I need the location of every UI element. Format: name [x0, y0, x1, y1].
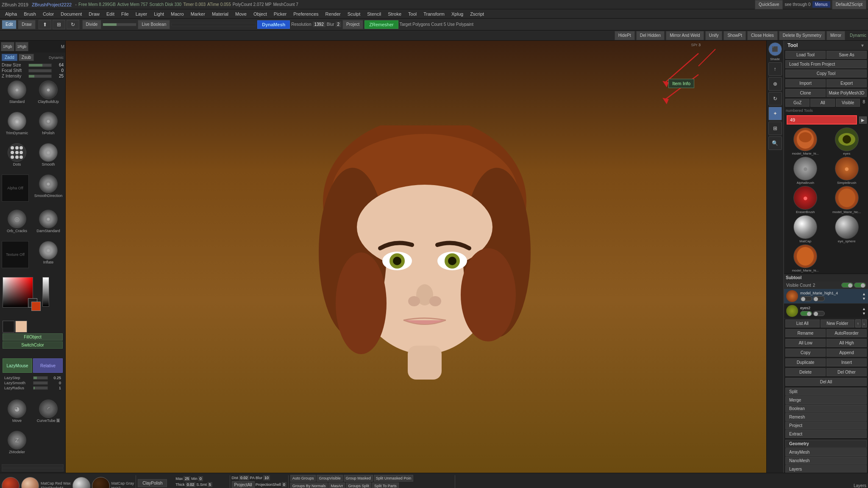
tool-thumb-eyes[interactable]: eyes — [827, 128, 867, 155]
del-other-btn[interactable]: Del Other — [826, 368, 867, 376]
tool-thumb-simplebrush[interactable]: ● SimpleBrush — [827, 157, 867, 185]
menu-zscript[interactable]: Zscript — [467, 11, 487, 17]
export-btn[interactable]: Export — [826, 79, 867, 87]
matcap-gray[interactable] — [72, 477, 90, 488]
subdivision-slider[interactable] — [103, 23, 136, 26]
brush-smoothdirection[interactable]: ● SmoothDirection — [33, 175, 64, 209]
brush-zmodeler[interactable]: Z ZModeler — [2, 431, 32, 461]
brush-claybuildup[interactable]: ● ClayBuildUp — [33, 80, 64, 111]
brush-move[interactable]: ◕ Move — [2, 399, 32, 430]
subtool-up-1[interactable]: ▲ — [862, 292, 866, 296]
menu-material[interactable]: Material — [209, 11, 232, 17]
scale-icon-btn[interactable]: ⊕ — [768, 77, 782, 91]
del-hidden-btn[interactable]: Del Hidden — [636, 31, 665, 40]
fg-color[interactable] — [31, 302, 41, 311]
zadd-btn[interactable]: Zadd — [2, 54, 17, 61]
menu-draw[interactable]: Draw — [85, 11, 103, 17]
draw-btn[interactable]: Draw — [18, 20, 35, 29]
shade-tool[interactable]: ⬛ — [768, 42, 782, 56]
rgb-btn[interactable]: 1Rgb — [1, 42, 14, 51]
canvas-area[interactable]: Item Info SPr 3 ⬛ Shade ↑ ⊕ ↻ ✦ ⊞ 🔍 — [66, 41, 783, 473]
copy-btn[interactable]: Copy — [785, 349, 826, 357]
boolean-btn[interactable]: Boolean — [785, 405, 867, 413]
menu-macro[interactable]: Macro — [167, 11, 187, 17]
brush-smooth[interactable]: ● Smooth — [33, 143, 64, 174]
all-low-btn[interactable]: All Low — [785, 339, 826, 347]
make-polymesh3d-btn[interactable]: Make PolyMesh3D — [826, 89, 867, 97]
extract-btn[interactable]: Extract — [785, 430, 867, 438]
project-all-btn[interactable]: ProjectAll — [232, 481, 255, 488]
append-btn[interactable]: Append — [826, 349, 867, 357]
focal-shift-slider[interactable] — [28, 69, 52, 72]
tool-search-input[interactable] — [787, 115, 857, 125]
menu-marker[interactable]: Marker — [187, 11, 209, 17]
mirror-btn[interactable]: Mirror — [826, 31, 845, 40]
copy-tool-btn[interactable]: Copy Tool — [785, 69, 867, 78]
menu-stencil[interactable]: Stencil — [364, 11, 384, 17]
arrow-down-btn[interactable]: ↓ — [862, 319, 867, 327]
load-tools-btn[interactable]: Load Tools From Project — [785, 60, 867, 68]
resolution-slider[interactable] — [171, 23, 256, 26]
h-scrollbar[interactable] — [2, 464, 64, 468]
menu-layer[interactable]: Layer — [132, 11, 151, 17]
auto-reorder-btn[interactable]: AutoReorder — [826, 329, 867, 337]
all-btn[interactable]: All — [810, 99, 835, 107]
delete-btn[interactable]: Delete — [785, 368, 826, 376]
masarr-btn[interactable]: MasArr — [328, 482, 345, 488]
move-icon-btn[interactable]: ↑ — [768, 62, 782, 76]
brush-hpolish[interactable]: ● hPolish — [33, 112, 64, 142]
new-folder-btn[interactable]: New Folder — [821, 319, 855, 327]
active-tool-icon[interactable]: ✦ — [768, 107, 782, 120]
insert-btn[interactable]: Insert — [826, 358, 867, 366]
edit-btn[interactable]: Edit — [2, 20, 17, 29]
group-masked-btn[interactable]: Group Masked — [344, 475, 373, 482]
brush-damstandard[interactable]: ● DamStandard — [33, 210, 64, 240]
project-subtool-btn[interactable]: Project — [785, 421, 867, 430]
geometry-btn[interactable]: Geometry — [785, 440, 867, 448]
unify-btn[interactable]: Unify — [705, 31, 723, 40]
divide-btn[interactable]: Divide — [82, 20, 102, 29]
lazy-mouse-btn[interactable]: LazyMouse — [3, 358, 32, 373]
remesh-btn[interactable]: Remesh — [785, 413, 867, 421]
subtool-vis-toggle-2[interactable] — [800, 311, 812, 316]
matcap-red-wax[interactable] — [2, 477, 19, 488]
z-intensity-slider[interactable] — [28, 75, 52, 78]
menu-edit[interactable]: Edit — [103, 11, 118, 17]
visible-btn[interactable]: Visible — [836, 99, 860, 107]
skin-swatch[interactable] — [15, 321, 27, 333]
subtool-down-2[interactable]: ▼ — [862, 311, 866, 316]
rotate-tool-icon[interactable]: ↻ — [67, 20, 79, 29]
quick-save-btn[interactable]: QuickSave — [755, 0, 783, 9]
eye-toggle-1[interactable] — [841, 283, 853, 288]
menu-color[interactable]: Color — [39, 11, 57, 17]
tool-thumb-eraserbrush[interactable]: ● EraserBrush — [785, 186, 826, 214]
load-tool-btn[interactable]: Load Tool — [785, 51, 826, 59]
menu-light[interactable]: Light — [150, 11, 167, 17]
group-visible-btn[interactable]: GroupVisible — [317, 475, 342, 482]
split-btn[interactable]: Split — [785, 388, 867, 396]
nano-mesh-btn[interactable]: NanoMesh — [785, 457, 867, 465]
live-boolean-btn[interactable]: Live Boolean — [138, 20, 170, 29]
save-as-btn[interactable]: Save As — [826, 51, 867, 59]
rename-btn[interactable]: Rename — [785, 329, 826, 337]
move-tool-icon[interactable]: ⬆ — [39, 20, 51, 29]
clone-btn[interactable]: Clone — [785, 89, 826, 97]
texture-off-block[interactable]: Texture Off — [2, 241, 29, 268]
switch-color-btn[interactable]: SwitchColor — [3, 341, 63, 349]
layers-btn[interactable]: Layers — [785, 465, 867, 473]
tool-thumb-model-marie-hi[interactable]: model_Marie_hi... — [785, 128, 826, 155]
eye-toggle-2[interactable] — [854, 283, 866, 288]
subtool-item-1[interactable]: model_Marie_high1_4 ▲ ▼ — [784, 289, 868, 304]
brush-trimdynamic[interactable]: ◉ TrimDynamic — [2, 112, 32, 142]
brush-standard[interactable]: ● Standard — [2, 80, 32, 111]
lazy-step-slider[interactable] — [33, 376, 48, 380]
project-btn[interactable]: Project — [342, 20, 363, 29]
hair2[interactable] — [92, 477, 110, 488]
zsub-btn[interactable]: Zsub — [19, 54, 34, 61]
draw-size-slider[interactable] — [28, 64, 52, 67]
menu-xplug[interactable]: Xplug — [448, 11, 467, 17]
subtool-item-2[interactable]: eyes2 ▲ ▼ — [784, 304, 868, 319]
menu-move[interactable]: Move — [232, 11, 250, 17]
list-all-btn[interactable]: List All — [785, 319, 820, 327]
array-mesh-btn[interactable]: ArrayMesh — [785, 448, 867, 456]
